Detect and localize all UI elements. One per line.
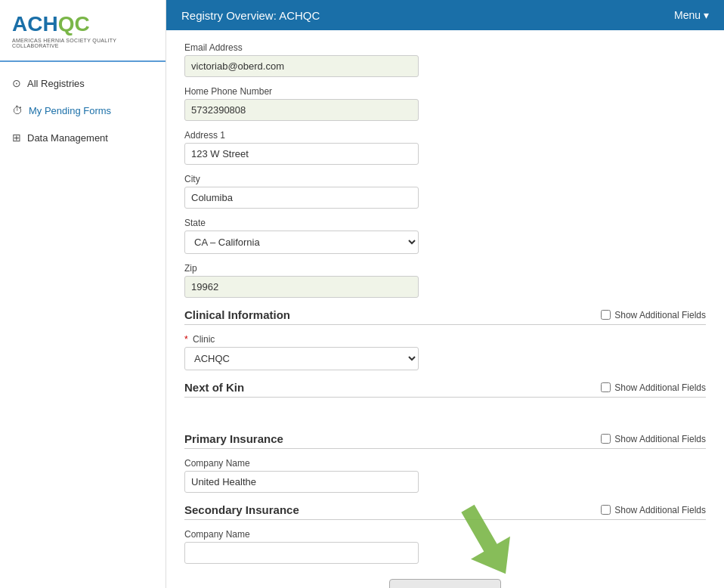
sidebar-item-my-pending-forms[interactable]: ⏱ My Pending Forms (0, 97, 166, 124)
sidebar-label-data-management: Data Management (27, 132, 108, 144)
secondary-company-label: Company Name (184, 529, 706, 540)
next-of-kin-section-header: Next of Kin Show Additional Fields (184, 381, 706, 398)
next-of-kin-show-additional-checkbox[interactable] (601, 382, 611, 392)
address1-group: Address 1 (184, 130, 706, 165)
zip-label: Zip (184, 263, 706, 274)
button-area: Create Patient (184, 579, 706, 588)
page-title: Registry Overview: ACHQC (181, 9, 320, 22)
header-bar: Registry Overview: ACHQC Menu ▾ (166, 0, 724, 30)
form-area: Email Address Home Phone Number Address … (166, 30, 724, 588)
secondary-insurance-section-header: Secondary Insurance Show Additional Fiel… (184, 503, 706, 520)
clinical-show-additional-checkbox[interactable] (601, 310, 611, 320)
logo-ach: ACH (12, 12, 58, 36)
menu-button[interactable]: Menu ▾ (674, 9, 709, 21)
primary-insurance-section-header: Primary Insurance Show Additional Fields (184, 432, 706, 449)
sidebar-item-data-management[interactable]: ⊞ Data Management (0, 124, 166, 151)
home-phone-label: Home Phone Number (184, 86, 706, 97)
secondary-company-group: Company Name (184, 529, 706, 564)
primary-company-field[interactable] (184, 471, 419, 493)
clock-icon: ⏱ (12, 104, 23, 116)
logo-subtitle: AMERICAS HERNIA SOCIETY QUALITY COLLABOR… (12, 38, 153, 48)
city-group: City (184, 174, 706, 209)
state-select[interactable]: CA – California AL – Alabama AK – Alaska… (184, 231, 419, 254)
secondary-company-field[interactable] (184, 542, 419, 564)
home-phone-group: Home Phone Number (184, 86, 706, 121)
zip-field[interactable] (184, 276, 419, 298)
primary-insurance-title: Primary Insurance (184, 432, 283, 445)
next-of-kin-show-additional-label: Show Additional Fields (614, 382, 706, 393)
sidebar: ACHQC AMERICAS HERNIA SOCIETY QUALITY CO… (0, 0, 166, 588)
address1-label: Address 1 (184, 130, 706, 141)
next-of-kin-show-additional[interactable]: Show Additional Fields (601, 382, 706, 393)
city-field[interactable] (184, 187, 419, 209)
clinic-group: * Clinic ACHQC (184, 334, 706, 370)
email-field[interactable] (184, 55, 419, 77)
secondary-insurance-show-additional-label: Show Additional Fields (614, 505, 706, 515)
sidebar-label-all-registries: All Registries (27, 78, 85, 89)
main-content: Registry Overview: ACHQC Menu ▾ Email Ad… (166, 0, 724, 588)
secondary-insurance-show-additional-checkbox[interactable] (601, 505, 611, 515)
clinic-required-marker: * (184, 334, 188, 345)
secondary-insurance-title: Secondary Insurance (184, 503, 299, 516)
state-label: State (184, 218, 706, 228)
logo-qc: QC (58, 12, 90, 36)
city-label: City (184, 174, 706, 184)
clinical-section-header: Clinical Information Show Additional Fie… (184, 308, 706, 325)
clinical-section-title: Clinical Information (184, 308, 290, 321)
email-group: Email Address (184, 42, 706, 77)
state-group: State CA – California AL – Alabama AK – … (184, 218, 706, 254)
address1-field[interactable] (184, 143, 419, 165)
primary-company-group: Company Name (184, 458, 706, 493)
clinical-show-additional[interactable]: Show Additional Fields (601, 310, 706, 320)
clinic-select[interactable]: ACHQC (184, 347, 419, 370)
home-phone-field[interactable] (184, 99, 419, 121)
grid-icon: ⊞ (12, 132, 21, 144)
primary-insurance-show-additional[interactable]: Show Additional Fields (601, 434, 706, 444)
zip-group: Zip (184, 263, 706, 298)
next-of-kin-empty (184, 407, 706, 422)
primary-insurance-show-additional-label: Show Additional Fields (614, 434, 706, 444)
sidebar-item-all-registries[interactable]: ⊙ All Registries (0, 70, 166, 97)
secondary-insurance-show-additional[interactable]: Show Additional Fields (601, 505, 706, 515)
email-label: Email Address (184, 42, 706, 53)
primary-insurance-show-additional-checkbox[interactable] (601, 434, 611, 444)
logo: ACHQC AMERICAS HERNIA SOCIETY QUALITY CO… (0, 0, 166, 62)
clinical-show-additional-label: Show Additional Fields (614, 310, 706, 320)
sidebar-nav: ⊙ All Registries ⏱ My Pending Forms ⊞ Da… (0, 62, 166, 159)
next-of-kin-title: Next of Kin (184, 381, 244, 394)
create-patient-button[interactable]: Create Patient (389, 579, 501, 588)
home-icon: ⊙ (12, 77, 21, 89)
clinic-label: * Clinic (184, 334, 706, 345)
sidebar-label-my-pending-forms: My Pending Forms (29, 105, 111, 116)
primary-company-label: Company Name (184, 458, 706, 469)
